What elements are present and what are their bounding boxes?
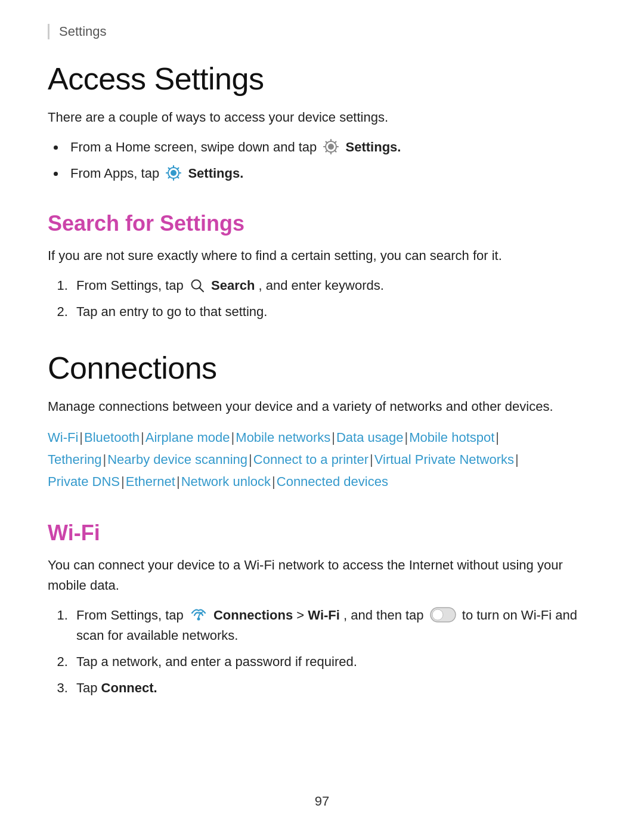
wifi-step1-prefix: From Settings, tap [76,608,187,623]
wifi-steps-list: From Settings, tap Connections > Wi-Fi ,… [72,605,596,698]
connections-intro: Manage connections between your device a… [48,397,596,417]
link-mobile-networks[interactable]: Mobile networks [236,430,330,445]
svg-point-8 [432,609,443,620]
link-network-unlock[interactable]: Network unlock [181,474,271,489]
link-ethernet[interactable]: Ethernet [126,474,175,489]
wifi-intro: You can connect your device to a Wi-Fi n… [48,555,596,596]
toggle-icon [430,607,456,623]
connections-links-block: Wi-Fi|Bluetooth|Airplane mode|Mobile net… [48,426,596,493]
wifi-step1-bold2: Wi-Fi [308,608,340,623]
list-item: Tap a network, and enter a password if r… [72,652,596,672]
separator: | [405,430,408,445]
search-settings-title: Search for Settings [48,211,596,236]
search-settings-list: From Settings, tap Search , and enter ke… [72,275,596,322]
separator: | [272,474,275,489]
separator: | [496,430,499,445]
separator: | [370,452,373,467]
list-item: From Settings, tap Connections > Wi-Fi ,… [72,605,596,646]
connections-section: Connections Manage connections between y… [48,350,596,493]
link-bluetooth[interactable]: Bluetooth [84,430,140,445]
gear-blue-icon [165,165,182,181]
wifi-step1-bold1: Connections [213,608,293,623]
wifi-title: Wi-Fi [48,521,596,546]
link-data-usage[interactable]: Data usage [336,430,404,445]
link-mobile-hotspot[interactable]: Mobile hotspot [409,430,494,445]
step1-text: From Settings, tap [76,278,184,293]
separator: | [79,430,83,445]
step1-suffix: , and enter keywords. [259,278,384,293]
wifi-step2-text: Tap a network, and enter a password if r… [76,654,357,669]
link-connected-devices[interactable]: Connected devices [277,474,388,489]
link-nearby-scanning[interactable]: Nearby device scanning [107,452,247,467]
wifi-section: Wi-Fi You can connect your device to a W… [48,521,596,699]
access-settings-section: Access Settings There are a couple of wa… [48,61,596,184]
step1-bold: Search [211,278,255,293]
wifi-step1-mid: , and then tap [343,608,428,623]
wifi-step3-bold: Connect. [101,680,157,695]
separator: | [332,430,335,445]
separator: | [231,430,235,445]
svg-point-2 [171,170,177,176]
search-icon [190,278,205,293]
access-settings-title: Access Settings [48,61,596,97]
connections-icon [190,606,208,624]
search-settings-intro: If you are not sure exactly where to fin… [48,246,596,266]
list-item: Tap Connect. [72,678,596,698]
wifi-step3-text: Tap Connect. [76,680,157,695]
list-item: From Apps, tap Settings. [66,163,596,184]
page-number: 97 [315,794,329,809]
bullet1-text: From a Home screen, swipe down and tap [70,140,320,154]
search-settings-section: Search for Settings If you are not sure … [48,211,596,322]
svg-line-5 [199,287,203,292]
separator: | [103,452,107,467]
step2-text: Tap an entry to go to that setting. [76,304,267,319]
link-vpn[interactable]: Virtual Private Networks [374,452,514,467]
link-tethering[interactable]: Tethering [48,452,102,467]
link-connect-printer[interactable]: Connect to a printer [253,452,369,467]
bullet1-bold: Settings. [346,140,401,154]
svg-point-6 [197,618,200,621]
separator: | [177,474,180,489]
separator: | [141,430,144,445]
list-item: From a Home screen, swipe down and tap S… [66,137,596,157]
link-private-dns[interactable]: Private DNS [48,474,120,489]
bullet2-text: From Apps, tap [70,166,163,181]
gear-gray-icon [323,138,339,155]
breadcrumb: Settings [48,24,596,39]
list-item: Tap an entry to go to that setting. [72,302,596,322]
bullet2-bold: Settings. [188,166,243,181]
access-settings-intro: There are a couple of ways to access you… [48,107,596,128]
link-airplane-mode[interactable]: Airplane mode [145,430,230,445]
separator: | [515,452,519,467]
separator: | [249,452,252,467]
wifi-step1-sep: > [296,608,308,623]
separator: | [121,474,125,489]
breadcrumb-text: Settings [59,24,107,39]
connections-title: Connections [48,350,596,386]
svg-point-0 [328,144,334,150]
access-settings-list: From a Home screen, swipe down and tap S… [66,137,596,184]
link-wifi[interactable]: Wi-Fi [48,430,78,445]
list-item: From Settings, tap Search , and enter ke… [72,275,596,296]
